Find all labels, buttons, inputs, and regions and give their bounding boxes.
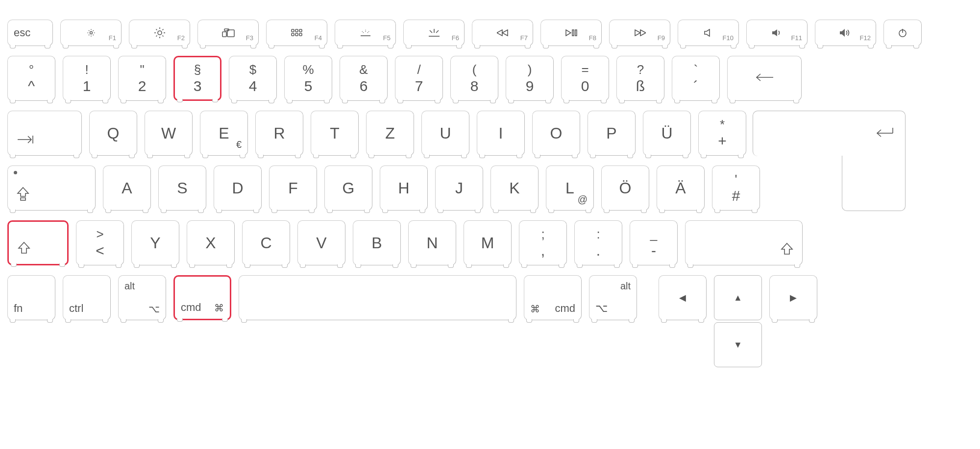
key-oe[interactable]: Ö	[601, 165, 649, 211]
key-6[interactable]: &6	[340, 56, 388, 101]
key-e[interactable]: E€	[200, 111, 248, 156]
key-alt-right[interactable]: alt ⌥	[589, 275, 637, 320]
key-l[interactable]: L@	[546, 165, 594, 211]
key-ctrl[interactable]: ctrl	[63, 275, 111, 320]
key-v[interactable]: V	[297, 220, 345, 265]
key-shift-left[interactable]	[7, 220, 69, 265]
svg-line-5	[89, 30, 89, 31]
key-sz[interactable]: ?ß	[616, 56, 664, 101]
key-lower: 6	[360, 79, 368, 94]
key-w[interactable]: W	[145, 111, 193, 156]
key-alt-left[interactable]: alt ⌥	[118, 275, 166, 320]
play-pause-icon	[541, 20, 601, 46]
key-f6[interactable]: F6	[403, 20, 465, 46]
key-b[interactable]: B	[353, 220, 401, 265]
key-k[interactable]: K	[490, 165, 539, 211]
key-fn[interactable]: fn	[7, 275, 55, 320]
key-f4[interactable]: F4	[266, 20, 327, 46]
key-f5[interactable]: F5	[335, 20, 396, 46]
key-q[interactable]: Q	[89, 111, 137, 156]
mission-control-icon	[198, 20, 258, 46]
key-f12[interactable]: F12	[815, 20, 876, 46]
key-g[interactable]: G	[324, 165, 372, 211]
svg-line-17	[162, 29, 163, 30]
fn-label: F10	[723, 34, 734, 42]
key-lower: 9	[526, 79, 534, 94]
key-esc[interactable]: esc	[7, 20, 53, 46]
key-upper: '	[735, 173, 737, 186]
key-1[interactable]: !1	[63, 56, 111, 101]
key-5[interactable]: %5	[284, 56, 332, 101]
key-f1[interactable]: F1	[60, 20, 122, 46]
arrow-up-icon: ▲	[734, 293, 742, 303]
key-y[interactable]: Y	[131, 220, 179, 265]
key-label: P	[606, 124, 616, 142]
key-j[interactable]: J	[435, 165, 483, 211]
key-acute[interactable]: `´	[672, 56, 720, 101]
key-f10[interactable]: F10	[678, 20, 739, 46]
key-a[interactable]: A	[103, 165, 151, 211]
key-comma[interactable]: ;,	[519, 220, 567, 265]
key-x[interactable]: X	[187, 220, 235, 265]
key-2[interactable]: "2	[118, 56, 166, 101]
key-f11[interactable]: F11	[746, 20, 808, 46]
key-backspace[interactable]	[727, 56, 802, 101]
key-capslock[interactable]	[7, 165, 96, 211]
key-ae[interactable]: Ä	[657, 165, 705, 211]
key-label: N	[426, 234, 438, 252]
key-angle[interactable]: ><	[76, 220, 124, 265]
key-plus[interactable]: *+	[698, 111, 746, 156]
key-9[interactable]: )9	[506, 56, 554, 101]
key-i[interactable]: I	[477, 111, 525, 156]
key-arrow-up[interactable]: ▲	[714, 275, 762, 320]
key-space[interactable]	[239, 275, 516, 320]
key-shift-right[interactable]	[685, 220, 803, 265]
key-lower: ,	[541, 243, 545, 258]
key-enter[interactable]	[754, 111, 906, 156]
key-arrow-down[interactable]: ▼	[714, 322, 762, 367]
key-r[interactable]: R	[255, 111, 303, 156]
key-lower: -	[651, 243, 656, 258]
key-minus[interactable]: _-	[630, 220, 678, 265]
key-label: K	[509, 179, 519, 197]
key-4[interactable]: $4	[229, 56, 277, 101]
key-hash[interactable]: '#	[712, 165, 760, 211]
key-f9[interactable]: F9	[609, 20, 670, 46]
key-f8[interactable]: F8	[540, 20, 602, 46]
key-n[interactable]: N	[408, 220, 456, 265]
key-z[interactable]: Z	[366, 111, 414, 156]
key-f[interactable]: F	[269, 165, 317, 211]
key-caret[interactable]: °^	[7, 56, 55, 101]
row-function: esc F1 F2 F3 F4 F5 F6 F7	[7, 20, 973, 46]
key-ue[interactable]: Ü	[643, 111, 691, 156]
key-s[interactable]: S	[158, 165, 206, 211]
key-f3[interactable]: F3	[197, 20, 259, 46]
key-f2[interactable]: F2	[129, 20, 190, 46]
key-power[interactable]	[883, 20, 922, 46]
key-c[interactable]: C	[242, 220, 290, 265]
key-cmd-left[interactable]: cmd ⌘	[173, 275, 231, 320]
key-7[interactable]: /7	[395, 56, 443, 101]
key-p[interactable]: P	[588, 111, 636, 156]
key-8[interactable]: (8	[450, 56, 498, 101]
fn-label: F3	[246, 34, 253, 42]
svg-rect-21	[292, 29, 294, 32]
key-cmd-right[interactable]: cmd ⌘	[524, 275, 582, 320]
key-m[interactable]: M	[464, 220, 512, 265]
key-label: Z	[385, 124, 395, 142]
key-arrow-right[interactable]: ▶	[769, 275, 817, 320]
key-period[interactable]: :.	[574, 220, 622, 265]
key-t[interactable]: T	[311, 111, 359, 156]
key-f7[interactable]: F7	[472, 20, 533, 46]
key-o[interactable]: O	[532, 111, 580, 156]
key-u[interactable]: U	[421, 111, 469, 156]
key-h[interactable]: H	[380, 165, 428, 211]
fn-label: F1	[109, 34, 116, 42]
key-0[interactable]: =0	[561, 56, 609, 101]
key-tab[interactable]	[7, 111, 82, 156]
key-label: L	[565, 179, 574, 197]
key-arrow-left[interactable]: ◀	[659, 275, 707, 320]
key-3[interactable]: §3	[173, 56, 221, 101]
key-d[interactable]: D	[214, 165, 262, 211]
svg-line-29	[362, 31, 364, 33]
